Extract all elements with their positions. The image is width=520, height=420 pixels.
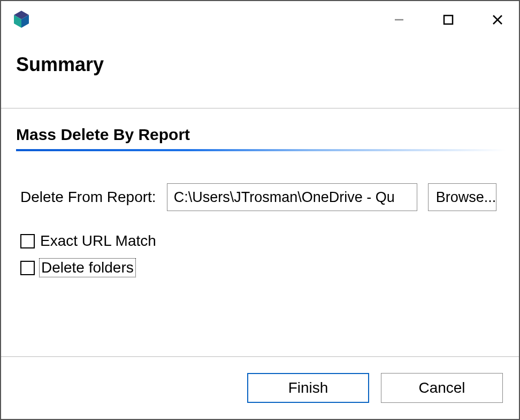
delete-folders-row: Delete folders (16, 259, 506, 276)
report-path-label: Delete From Report: (20, 189, 156, 206)
titlebar (1, 1, 519, 33)
exact-url-match-label: Exact URL Match (40, 232, 156, 250)
window-controls (393, 13, 504, 26)
browse-button[interactable]: Browse... (428, 183, 496, 211)
footer: Finish Cancel (1, 357, 519, 419)
finish-button[interactable]: Finish (247, 373, 369, 403)
delete-folders-checkbox[interactable] (20, 261, 35, 275)
report-path-input[interactable] (167, 183, 417, 211)
minimize-button[interactable] (393, 13, 406, 26)
exact-url-match-checkbox[interactable] (20, 234, 35, 248)
page-title: Summary (16, 53, 503, 76)
svg-rect-4 (444, 15, 453, 24)
close-button[interactable] (491, 13, 504, 26)
cancel-button[interactable]: Cancel (381, 373, 503, 403)
content: Mass Delete By Report Delete From Report… (1, 108, 519, 356)
exact-url-match-row: Exact URL Match (16, 232, 506, 250)
titlebar-left (11, 9, 32, 30)
app-icon (11, 9, 32, 30)
maximize-button[interactable] (442, 13, 455, 26)
section-underline (16, 149, 506, 151)
header: Summary (1, 33, 519, 108)
delete-folders-label: Delete folders (40, 259, 135, 276)
report-path-row: Delete From Report: Browse... (16, 183, 506, 211)
section-title: Mass Delete By Report (16, 126, 506, 144)
